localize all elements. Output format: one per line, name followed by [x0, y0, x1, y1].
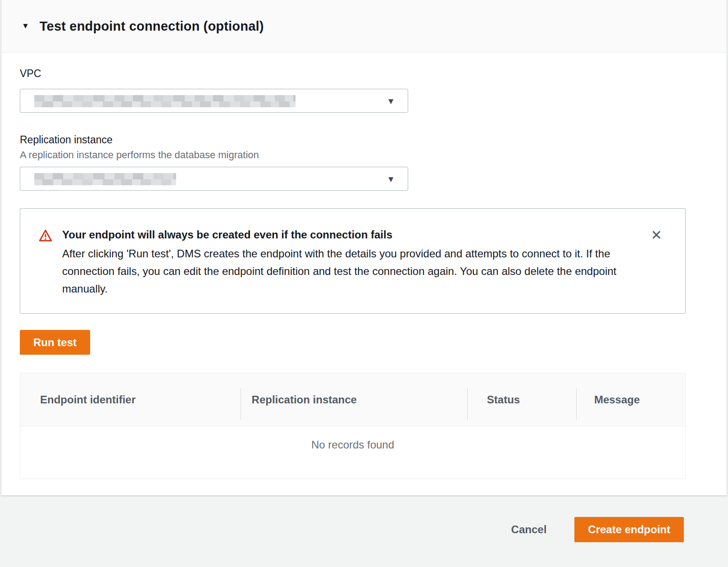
- replication-instance-label: Replication instance: [20, 134, 686, 146]
- cancel-button[interactable]: Cancel: [511, 523, 547, 536]
- column-divider: [576, 388, 577, 420]
- dropdown-arrow-icon: ▼: [387, 174, 395, 183]
- table-header-row: Endpoint identifier Replication instance…: [20, 373, 685, 426]
- create-endpoint-button[interactable]: Create endpoint: [574, 517, 684, 542]
- test-endpoint-connection-panel: ▼ Test endpoint connection (optional) VP…: [1, 0, 727, 496]
- warning-alert: Your endpoint will always be created eve…: [20, 208, 686, 314]
- column-header-replication-instance: Replication instance: [241, 393, 467, 406]
- dropdown-arrow-icon: ▼: [387, 96, 395, 105]
- vpc-select[interactable]: ▼: [20, 89, 408, 113]
- replication-instance-description: A replication instance performs the data…: [20, 149, 686, 161]
- replication-instance-select[interactable]: ▼: [20, 167, 408, 191]
- section-header[interactable]: ▼ Test endpoint connection (optional): [1, 0, 727, 53]
- column-header-endpoint-identifier: Endpoint identifier: [20, 393, 241, 406]
- column-divider: [467, 388, 468, 420]
- close-icon[interactable]: ✕: [649, 228, 664, 242]
- form-footer-actions: Cancel Create endpoint: [511, 517, 684, 542]
- run-test-button[interactable]: Run test: [20, 330, 90, 355]
- warning-body-text: After clicking 'Run test', DMS creates t…: [62, 245, 642, 297]
- vpc-label: VPC: [20, 68, 686, 80]
- redacted-replication-instance-value: [34, 173, 176, 185]
- redacted-vpc-value: [34, 95, 296, 107]
- column-divider: [241, 388, 241, 420]
- warning-title: Your endpoint will always be created eve…: [62, 228, 642, 242]
- test-results-table: Endpoint identifier Replication instance…: [20, 373, 686, 479]
- empty-state-message: No records found: [20, 426, 685, 479]
- page-title: Test endpoint connection (optional): [40, 19, 264, 34]
- column-header-message: Message: [576, 393, 685, 406]
- column-header-status: Status: [467, 393, 576, 406]
- warning-triangle-icon: [38, 228, 53, 297]
- collapse-caret-icon[interactable]: ▼: [22, 22, 29, 31]
